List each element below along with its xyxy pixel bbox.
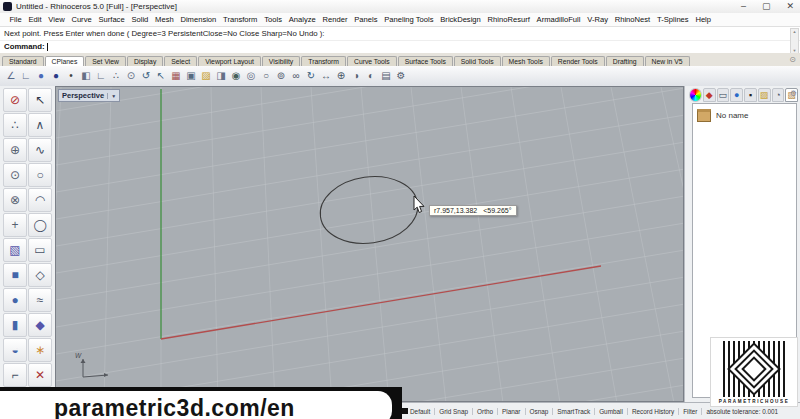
menu-t-splines[interactable]: T-Splines (654, 15, 692, 24)
menu-curve[interactable]: Curve (68, 15, 95, 24)
menu-transform[interactable]: Transform (220, 15, 261, 24)
curve-edit-icon[interactable]: ≈ (28, 288, 52, 312)
command-input[interactable]: Command: (0, 40, 800, 53)
circle-icon[interactable]: ○ (259, 68, 273, 84)
camera-tab-icon[interactable]: ● (730, 88, 743, 102)
cplane-3point-icon[interactable]: ∟ (19, 68, 33, 84)
trim-tool-icon[interactable]: ✕ (28, 363, 52, 387)
freeform-curve-icon[interactable]: ∿ (28, 138, 52, 162)
fillet-tool-icon[interactable]: ⌐ (3, 363, 27, 387)
menu-edit[interactable]: Edit (25, 15, 45, 24)
boolean-tool-icon[interactable]: ◒ (3, 338, 27, 362)
menu-solid[interactable]: Solid (128, 15, 152, 24)
minimize-button[interactable]: – (741, 0, 746, 13)
grid-toggle-icon[interactable]: ▦ (169, 68, 183, 84)
status-tolerance[interactable]: absolute tolerance: 0.001 (701, 408, 782, 415)
sphere-dark-icon[interactable]: ● (49, 68, 63, 84)
copy-view-icon[interactable]: ◨ (214, 68, 228, 84)
settings-icon[interactable]: ⚙ (394, 68, 408, 84)
tab-new-in-v5[interactable]: New in V5 (645, 56, 690, 66)
menu-v-ray[interactable]: V-Ray (584, 15, 611, 24)
points-on-icon[interactable]: ∴ (109, 68, 123, 84)
arc-tool-icon[interactable]: ◠ (28, 188, 52, 212)
folder-tab-icon[interactable]: ▨ (758, 88, 771, 102)
render-tab-icon[interactable]: ◆ (703, 88, 716, 102)
tab-viewport-layout[interactable]: Viewport Layout (198, 56, 261, 66)
menu-analyze[interactable]: Analyze (285, 15, 319, 24)
named-cplane-icon[interactable]: ◧ (79, 68, 93, 84)
cancel-icon[interactable]: ⊘ (3, 88, 27, 112)
menu-view[interactable]: View (45, 15, 68, 24)
tab-render-tools[interactable]: Render Tools (551, 56, 605, 66)
ghost-icon[interactable]: ◐ (364, 68, 378, 84)
menu-render[interactable]: Render (319, 15, 351, 24)
viewport-title[interactable]: Perspective ▼ (58, 89, 120, 102)
panel-gear-icon[interactable]: ⚙ (790, 89, 797, 98)
circle-tool-icon[interactable]: ○ (28, 163, 52, 187)
status-planar[interactable]: Planar (497, 408, 524, 415)
status-record-history[interactable]: Record History (627, 408, 678, 415)
tab-visibility[interactable]: Visibility (262, 56, 300, 66)
pan-icon[interactable]: ↔ (319, 68, 333, 84)
point-tool-icon[interactable]: ∴ (3, 113, 27, 137)
axis-icon[interactable]: ∟ (94, 68, 108, 84)
ellipse-tool-icon[interactable]: ◯ (28, 213, 52, 237)
shade-icon[interactable]: ◑ (349, 68, 363, 84)
cylinder-tool-icon[interactable]: ▮ (3, 313, 27, 337)
surface-corner-icon[interactable]: ◆ (28, 313, 52, 337)
history-tab-icon[interactable]: ◔ (772, 88, 785, 102)
polygon-tool-icon[interactable]: ◇ (28, 263, 52, 287)
osnap-icon[interactable]: ⊙ (3, 163, 27, 187)
status-grid-snap[interactable]: Grid Snap (434, 408, 472, 415)
surface-tool-icon[interactable]: ▧ (3, 238, 27, 262)
polyline-icon[interactable]: ∧ (28, 113, 52, 137)
undo-view-icon[interactable]: ↺ (139, 68, 153, 84)
gear-small-icon[interactable]: ⊚ (274, 68, 288, 84)
menu-dimension[interactable]: Dimension (177, 15, 220, 24)
wireframe-icon[interactable]: ▤ (379, 68, 393, 84)
analyze-icon[interactable]: ⊗ (3, 188, 27, 212)
status-smarttrack[interactable]: SmartTrack (552, 408, 594, 415)
open-folder-icon[interactable]: ▨ (199, 68, 213, 84)
select-pointer-icon[interactable]: ↖ (28, 88, 52, 112)
tab-options-icon[interactable]: ⊙ (789, 55, 796, 64)
menu-panels[interactable]: Panels (351, 15, 381, 24)
tab-surface-tools[interactable]: Surface Tools (398, 56, 453, 66)
tab-select[interactable]: Select (164, 56, 197, 66)
rotate-view-icon[interactable]: ↻ (304, 68, 318, 84)
tab-mesh-tools[interactable]: Mesh Tools (502, 56, 550, 66)
status-osnap[interactable]: Osnap (525, 408, 553, 415)
cplane-widget-icon[interactable]: ⊕ (3, 138, 27, 162)
status-layer[interactable]: Default (398, 408, 434, 415)
menu-surface[interactable]: Surface (95, 15, 128, 24)
box-tool-icon[interactable]: ■ (3, 263, 27, 287)
menu-paneling-tools[interactable]: Paneling Tools (381, 15, 437, 24)
perspective-viewport[interactable]: Perspective ▼ W (55, 86, 684, 402)
cplane-origin-icon[interactable]: ∠ (4, 68, 18, 84)
tab-transform[interactable]: Transform (301, 56, 346, 66)
eye-icon[interactable]: ◉ (229, 68, 243, 84)
sphere-tool-icon[interactable]: ● (3, 288, 27, 312)
background-tab-icon[interactable]: ▪ (744, 88, 757, 102)
tab-standard[interactable]: Standard (2, 56, 44, 66)
zoom-icon[interactable]: ⊕ (334, 68, 348, 84)
status-gumball[interactable]: Gumball (594, 408, 627, 415)
point-icon[interactable]: • (64, 68, 78, 84)
menu-rhinonest[interactable]: RhinoNest (611, 15, 653, 24)
menu-brickdesign[interactable]: BrickDesign (437, 15, 484, 24)
menu-file[interactable]: File (6, 15, 25, 24)
save-view-icon[interactable]: ▣ (184, 68, 198, 84)
tab-display[interactable]: Display (127, 56, 163, 66)
tab-curve-tools[interactable]: Curve Tools (347, 56, 397, 66)
status-filter[interactable]: Filter (678, 408, 701, 415)
display-tab-icon[interactable] (689, 88, 702, 102)
tab-drafting[interactable]: Drafting (606, 56, 644, 66)
menu-help[interactable]: Help (692, 15, 714, 24)
list-item[interactable]: No name (693, 104, 796, 127)
tab-set-view[interactable]: Set View (85, 56, 126, 66)
sphere-blue-icon[interactable]: ● (34, 68, 48, 84)
rectangle-tool-icon[interactable]: ▭ (28, 238, 52, 262)
hide-icon[interactable]: ◎ (244, 68, 258, 84)
menu-mesh[interactable]: Mesh (152, 15, 177, 24)
command-scrollbar[interactable]: ▲▼ (790, 28, 799, 54)
